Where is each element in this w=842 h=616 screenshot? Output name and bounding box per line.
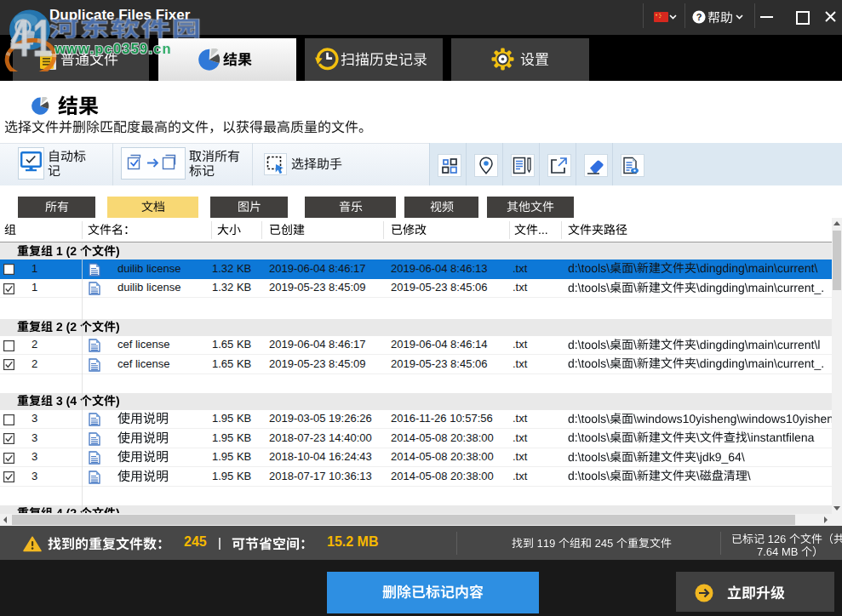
svg-text:?: ? xyxy=(696,12,702,22)
svg-text:www.pc0359.cn: www.pc0359.cn xyxy=(54,41,172,56)
